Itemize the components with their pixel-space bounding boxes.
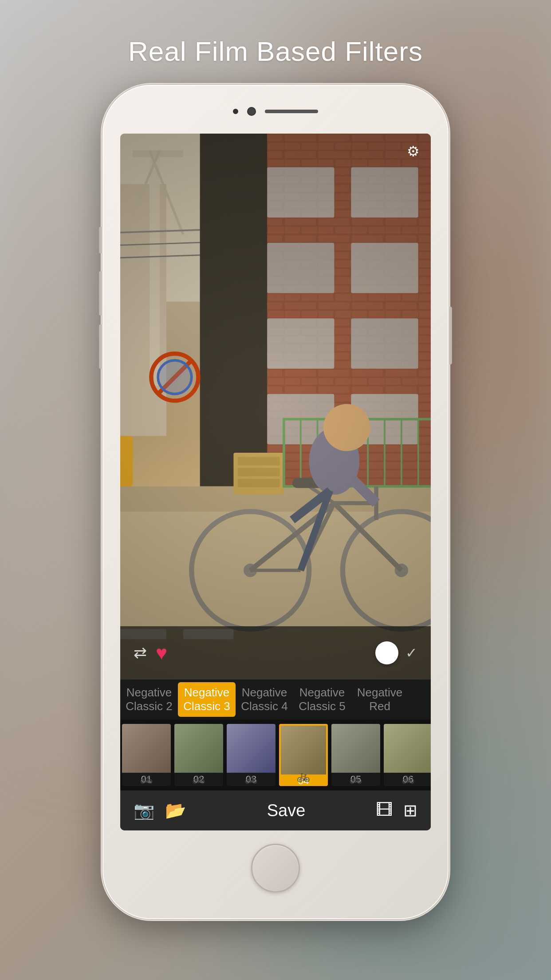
gear-icon: ⚙ bbox=[407, 143, 420, 160]
filter-label-nr[interactable]: NegativeRed bbox=[351, 686, 409, 713]
thumb-image-01 bbox=[122, 724, 171, 773]
street-scene bbox=[120, 134, 431, 680]
save-button[interactable]: Save bbox=[197, 801, 376, 820]
filter-thumb-05[interactable]: 05 bbox=[331, 724, 380, 786]
front-camera bbox=[247, 107, 256, 116]
shuffle-icon[interactable]: ⇄ bbox=[134, 644, 147, 662]
settings-button[interactable]: ⚙ bbox=[402, 141, 424, 162]
filter-thumbs-row: 01 02 03 04 05 06 bbox=[120, 719, 431, 790]
page-title: Real Film Based Filters bbox=[128, 36, 423, 67]
iphone-device: ⚙ ⇄ ♥ ✓ NegativeClassic 2 NegativeClassi… bbox=[102, 85, 449, 919]
top-bar bbox=[233, 107, 318, 116]
thumb-image-03 bbox=[227, 724, 276, 773]
film-icon[interactable]: 🎞 bbox=[376, 801, 393, 820]
svg-rect-76 bbox=[120, 134, 431, 680]
volume-down-button[interactable] bbox=[99, 324, 102, 369]
filter-thumb-01[interactable]: 01 bbox=[122, 724, 171, 786]
filter-label-nc5[interactable]: NegativeClassic 5 bbox=[293, 686, 351, 713]
filter-thumb-06[interactable]: 06 bbox=[384, 724, 431, 786]
volume-up-button[interactable] bbox=[99, 271, 102, 316]
thumb-image-04 bbox=[281, 726, 326, 775]
thumb-image-06 bbox=[384, 724, 431, 773]
filter-label-nc4[interactable]: NegativeClassic 4 bbox=[236, 686, 293, 713]
filter-label-nc2[interactable]: NegativeClassic 2 bbox=[120, 686, 178, 713]
thumb-image-02 bbox=[174, 724, 223, 773]
filter-thumb-03[interactable]: 03 bbox=[227, 724, 276, 786]
filter-thumb-04[interactable]: 04 bbox=[279, 724, 328, 786]
slider-area: ✓ bbox=[176, 641, 417, 664]
thumb-image-05 bbox=[331, 724, 380, 773]
power-button[interactable] bbox=[449, 307, 452, 364]
sliders-icon[interactable]: ⊞ bbox=[403, 801, 417, 820]
heart-icon[interactable]: ♥ bbox=[156, 642, 167, 664]
home-button[interactable] bbox=[251, 844, 300, 893]
bottom-toolbar: 📷 📂 Save 🎞 ⊞ bbox=[120, 790, 431, 830]
folder-icon[interactable]: 📂 bbox=[165, 801, 186, 820]
sensor bbox=[233, 109, 238, 114]
screen: ⚙ ⇄ ♥ ✓ NegativeClassic 2 NegativeClassi… bbox=[120, 134, 431, 830]
photo-area: ⚙ ⇄ ♥ ✓ bbox=[120, 134, 431, 680]
filter-labels-row: NegativeClassic 2 NegativeClassic 3 Nega… bbox=[120, 680, 431, 719]
checkmark-icon[interactable]: ✓ bbox=[405, 644, 417, 661]
mute-button[interactable] bbox=[99, 227, 102, 253]
filter-thumb-02[interactable]: 02 bbox=[174, 724, 223, 786]
camera-icon[interactable]: 📷 bbox=[134, 801, 154, 820]
speaker bbox=[265, 110, 318, 113]
toolbar-right-icons: 🎞 ⊞ bbox=[376, 801, 417, 820]
photo-controls: ⇄ ♥ ✓ bbox=[120, 626, 431, 680]
slider-thumb[interactable] bbox=[375, 641, 398, 664]
filter-label-nc3[interactable]: NegativeClassic 3 bbox=[178, 682, 236, 717]
